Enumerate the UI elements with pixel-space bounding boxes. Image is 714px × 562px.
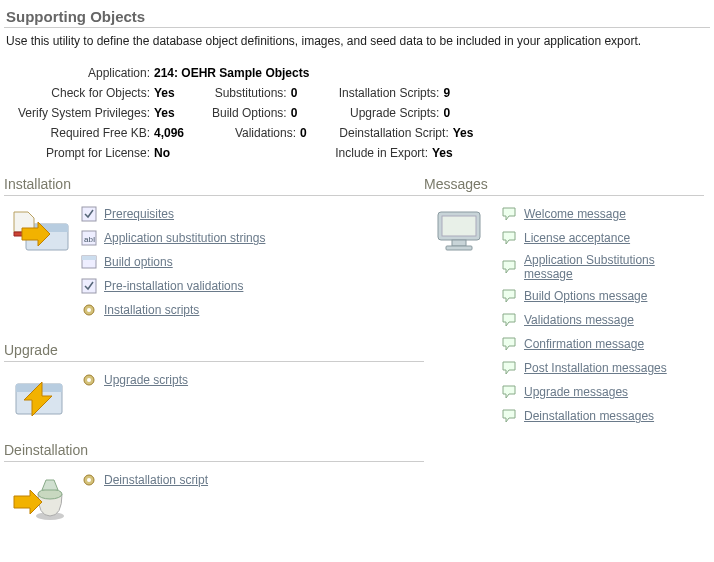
verify-priv-value: Yes	[154, 104, 191, 122]
prompt-license-label: Prompt for License:	[4, 144, 154, 162]
upgrade-icon	[4, 368, 80, 422]
deinstallation-title: Deinstallation	[4, 440, 424, 462]
validations-message-link[interactable]: Validations message	[500, 308, 704, 332]
speech-bubble-icon	[500, 205, 518, 223]
link-label: Welcome message	[524, 207, 626, 221]
svg-rect-6	[82, 256, 96, 260]
speech-bubble-icon	[500, 311, 518, 329]
messages-title: Messages	[424, 174, 704, 196]
link-label: Upgrade messages	[524, 385, 628, 399]
verify-priv-label: Verify System Privileges:	[4, 104, 154, 122]
substitutions-value: 0	[291, 84, 314, 102]
install-scripts-label: Installation Scripts:	[313, 84, 443, 102]
speech-bubble-icon	[500, 383, 518, 401]
build-options-value: 0	[291, 104, 314, 122]
gear-icon	[80, 371, 98, 389]
installation-title: Installation	[4, 174, 424, 196]
build-options-label: Build Options:	[191, 104, 291, 122]
summary-panel: Application:214: OEHR Sample Objects Che…	[4, 60, 710, 174]
upgrade-scripts-value: 0	[443, 104, 466, 122]
page-title: Supporting Objects	[4, 4, 710, 28]
link-label: Prerequisites	[104, 207, 174, 221]
pre-install-validations-link[interactable]: Pre-installation validations	[80, 274, 424, 298]
deinstall-script-link[interactable]: Deinstallation script	[80, 468, 424, 492]
speech-bubble-icon	[500, 335, 518, 353]
build-opt-message-link[interactable]: Build Options message	[500, 284, 704, 308]
check-objects-label: Check for Objects:	[4, 84, 154, 102]
license-acceptance-link[interactable]: License acceptance	[500, 226, 704, 250]
include-export-label: Include in Export:	[302, 144, 432, 162]
link-label: License acceptance	[524, 231, 630, 245]
deinstallation-icon	[4, 468, 80, 522]
check-objects-value: Yes	[154, 84, 191, 102]
required-kb-label: Required Free KB:	[4, 124, 154, 142]
checklist-icon	[80, 277, 98, 295]
svg-rect-2	[82, 207, 96, 221]
link-label: Upgrade scripts	[104, 373, 188, 387]
include-export-value: Yes	[432, 144, 469, 162]
speech-bubble-icon	[500, 287, 518, 305]
page-description: Use this utility to define the database …	[4, 32, 710, 60]
link-label: Application substitution strings	[104, 231, 265, 245]
gear-icon	[80, 301, 98, 319]
link-label: Build options	[104, 255, 173, 269]
install-scripts-value: 9	[443, 84, 466, 102]
application-value: 214: OEHR Sample Objects	[154, 64, 325, 82]
gear-icon	[80, 471, 98, 489]
upgrade-title: Upgrade	[4, 340, 424, 362]
upgrade-scripts-link[interactable]: Upgrade scripts	[80, 368, 424, 392]
speech-bubble-icon	[500, 407, 518, 425]
svg-point-17	[87, 478, 91, 482]
window-icon	[80, 253, 98, 271]
link-label: Pre-installation validations	[104, 279, 243, 293]
speech-bubble-icon	[500, 258, 518, 276]
svg-point-13	[87, 378, 91, 382]
link-label: Deinstallation script	[104, 473, 208, 487]
link-label: Validations message	[524, 313, 634, 327]
messages-section: Messages Welcome message	[424, 174, 704, 428]
link-label: Post Installation messages	[524, 361, 667, 375]
svg-rect-7	[82, 279, 96, 293]
confirmation-message-link[interactable]: Confirmation message	[500, 332, 704, 356]
abc-icon: abI	[80, 229, 98, 247]
link-label: Application Substitutions message	[524, 253, 704, 281]
substitution-strings-link[interactable]: abI Application substitution strings	[80, 226, 424, 250]
deinstall-message-link[interactable]: Deinstallation messages	[500, 404, 704, 428]
svg-point-9	[87, 308, 91, 312]
welcome-message-link[interactable]: Welcome message	[500, 202, 704, 226]
post-install-message-link[interactable]: Post Installation messages	[500, 356, 704, 380]
app-sub-message-link[interactable]: Application Substitutions message	[500, 250, 704, 284]
installation-section: Installation Prerequisites	[4, 174, 424, 322]
link-label: Confirmation message	[524, 337, 644, 351]
svg-rect-21	[446, 246, 472, 250]
upgrade-section: Upgrade Upgrade scripts	[4, 340, 424, 422]
svg-text:abI: abI	[84, 235, 95, 244]
prompt-license-value: No	[154, 144, 186, 162]
speech-bubble-icon	[500, 229, 518, 247]
deinstall-script-value: Yes	[453, 124, 490, 142]
required-kb-value: 4,096	[154, 124, 200, 142]
install-scripts-link[interactable]: Installation scripts	[80, 298, 424, 322]
installation-icon	[4, 202, 80, 256]
link-label: Deinstallation messages	[524, 409, 654, 423]
validations-value: 0	[300, 124, 323, 142]
validations-label: Validations:	[200, 124, 300, 142]
checklist-icon	[80, 205, 98, 223]
link-label: Installation scripts	[104, 303, 199, 317]
svg-rect-19	[442, 216, 476, 236]
link-label: Build Options message	[524, 289, 647, 303]
build-options-link[interactable]: Build options	[80, 250, 424, 274]
substitutions-label: Substitutions:	[191, 84, 291, 102]
application-label: Application:	[4, 64, 154, 82]
deinstall-script-label: Deinstallation Script:	[323, 124, 453, 142]
messages-icon	[424, 202, 500, 256]
upgrade-scripts-label: Upgrade Scripts:	[313, 104, 443, 122]
svg-rect-20	[452, 240, 466, 246]
upgrade-message-link[interactable]: Upgrade messages	[500, 380, 704, 404]
deinstallation-section: Deinstallation Deinstallation script	[4, 440, 424, 522]
speech-bubble-icon	[500, 359, 518, 377]
prerequisites-link[interactable]: Prerequisites	[80, 202, 424, 226]
